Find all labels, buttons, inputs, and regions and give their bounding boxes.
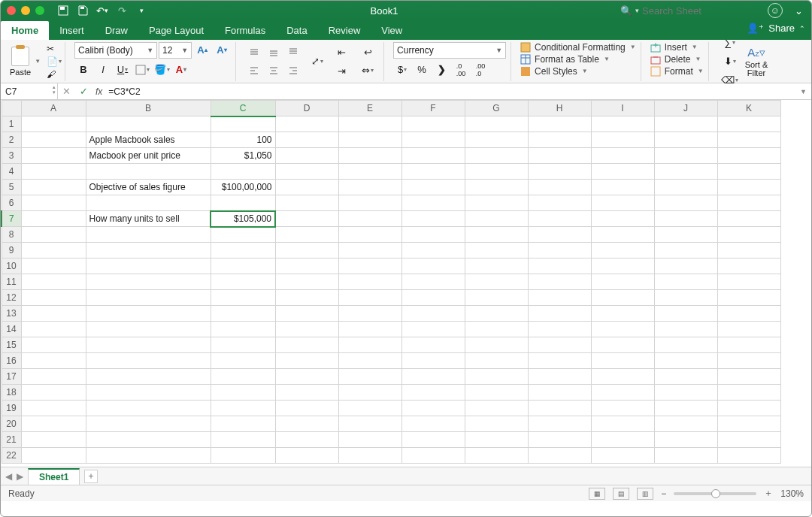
cell-I15[interactable]	[591, 337, 654, 353]
row-header-20[interactable]: 20	[2, 416, 21, 432]
cell-C1[interactable]	[211, 116, 275, 132]
cell-A5[interactable]	[21, 180, 86, 195]
cell-C14[interactable]	[211, 322, 275, 337]
wrap-text-icon[interactable]: ↩	[356, 44, 379, 61]
cell-I7[interactable]	[591, 211, 654, 227]
cell-C4[interactable]	[211, 164, 275, 180]
cell-F18[interactable]	[401, 385, 465, 401]
cell-C21[interactable]	[211, 432, 275, 448]
cell-K4[interactable]	[717, 164, 780, 180]
cell-E18[interactable]	[338, 385, 401, 401]
fx-icon[interactable]: fx	[92, 86, 105, 97]
cell-A10[interactable]	[21, 258, 86, 274]
cell-G8[interactable]	[465, 227, 528, 243]
cell-G1[interactable]	[465, 116, 528, 132]
cell-B13[interactable]	[86, 306, 211, 322]
cell-D22[interactable]	[275, 448, 338, 464]
cell-F3[interactable]	[401, 148, 465, 164]
cell-J15[interactable]	[654, 337, 717, 353]
cell-C12[interactable]	[211, 290, 275, 306]
cell-I9[interactable]	[591, 243, 654, 258]
cell-K19[interactable]	[717, 401, 780, 416]
normal-view-icon[interactable]: ▦	[589, 488, 605, 500]
cut-icon[interactable]: ✂	[47, 44, 60, 54]
align-center-icon[interactable]	[265, 62, 283, 79]
cell-B1[interactable]	[86, 116, 211, 132]
cell-B9[interactable]	[86, 243, 211, 258]
cell-B2[interactable]: Apple Macbook sales	[86, 132, 211, 148]
cell-H15[interactable]	[528, 337, 591, 353]
cell-I20[interactable]	[591, 416, 654, 432]
cell-A21[interactable]	[21, 432, 86, 448]
cell-H22[interactable]	[528, 448, 591, 464]
cell-I21[interactable]	[591, 432, 654, 448]
cell-K2[interactable]	[717, 132, 780, 148]
percent-icon[interactable]: %	[413, 62, 431, 78]
cell-A6[interactable]	[21, 195, 86, 211]
cell-B8[interactable]	[86, 227, 211, 243]
undo-icon[interactable]: ↶▾	[95, 4, 109, 17]
font-size-select[interactable]: 12▼	[159, 42, 192, 59]
row-header-1[interactable]: 1	[2, 116, 21, 132]
zoom-value[interactable]: 130%	[780, 488, 804, 499]
cell-K6[interactable]	[717, 195, 780, 211]
cell-A7[interactable]	[21, 211, 86, 227]
cell-I5[interactable]	[591, 180, 654, 195]
cell-styles-button[interactable]: Cell Styles▼	[520, 66, 636, 77]
cell-D16[interactable]	[275, 353, 338, 369]
cell-K14[interactable]	[717, 322, 780, 337]
search-input[interactable]	[642, 5, 740, 17]
cell-J13[interactable]	[654, 306, 717, 322]
cell-A22[interactable]	[21, 448, 86, 464]
cell-E16[interactable]	[338, 353, 401, 369]
select-all-corner[interactable]	[2, 101, 21, 116]
cell-F15[interactable]	[401, 337, 465, 353]
cell-H13[interactable]	[528, 306, 591, 322]
tab-page-layout[interactable]: Page Layout	[138, 21, 214, 40]
cell-H8[interactable]	[528, 227, 591, 243]
maximize-window-icon[interactable]	[35, 6, 44, 15]
row-header-3[interactable]: 3	[2, 148, 21, 164]
cell-K3[interactable]	[717, 148, 780, 164]
cell-B11[interactable]	[86, 274, 211, 290]
cell-I11[interactable]	[591, 274, 654, 290]
cell-K7[interactable]	[717, 211, 780, 227]
cell-B19[interactable]	[86, 401, 211, 416]
cell-I12[interactable]	[591, 290, 654, 306]
cell-H1[interactable]	[528, 116, 591, 132]
cell-I18[interactable]	[591, 385, 654, 401]
align-top-icon[interactable]	[245, 44, 263, 61]
cell-B16[interactable]	[86, 353, 211, 369]
cell-G22[interactable]	[465, 448, 528, 464]
cell-K9[interactable]	[717, 243, 780, 258]
cell-A18[interactable]	[21, 385, 86, 401]
cell-I10[interactable]	[591, 258, 654, 274]
column-header-K[interactable]: K	[717, 101, 780, 116]
cell-F10[interactable]	[401, 258, 465, 274]
row-header-11[interactable]: 11	[2, 274, 21, 290]
cell-K16[interactable]	[717, 353, 780, 369]
cell-C18[interactable]	[211, 385, 275, 401]
cell-J1[interactable]	[654, 116, 717, 132]
cell-E7[interactable]	[338, 211, 401, 227]
cell-E10[interactable]	[338, 258, 401, 274]
cell-E8[interactable]	[338, 227, 401, 243]
cell-A19[interactable]	[21, 401, 86, 416]
cell-G6[interactable]	[465, 195, 528, 211]
cell-G15[interactable]	[465, 337, 528, 353]
search-sheet[interactable]: 🔍▾	[620, 5, 756, 17]
copy-icon[interactable]: 📄▾	[47, 56, 60, 67]
cell-E3[interactable]	[338, 148, 401, 164]
cancel-formula-icon[interactable]: ✕	[58, 86, 75, 97]
cell-I8[interactable]	[591, 227, 654, 243]
tab-home[interactable]: Home	[1, 21, 49, 40]
cell-G11[interactable]	[465, 274, 528, 290]
cell-G10[interactable]	[465, 258, 528, 274]
cell-K13[interactable]	[717, 306, 780, 322]
cell-C19[interactable]	[211, 401, 275, 416]
cell-E15[interactable]	[338, 337, 401, 353]
cell-C9[interactable]	[211, 243, 275, 258]
cell-F13[interactable]	[401, 306, 465, 322]
collapse-ribbon-icon[interactable]: ⌄	[792, 4, 805, 17]
customize-qat-icon[interactable]: ▾	[135, 4, 148, 17]
